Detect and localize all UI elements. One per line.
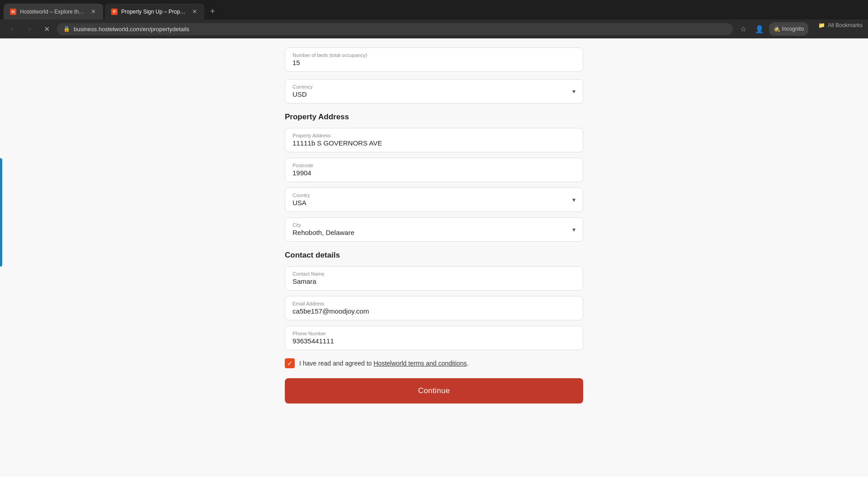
terms-text-after: . <box>467 360 468 367</box>
address-value: 11111b S GOVERNORS AVE <box>292 139 382 147</box>
address-bar[interactable]: 🔒 business.hostelworld.com/en/propertyde… <box>57 23 733 35</box>
country-value: USA <box>292 199 307 206</box>
tab-close-hostelworld[interactable]: ✕ <box>90 7 97 16</box>
email-value: ca5be157@moodjoy.com <box>292 307 369 315</box>
bookmarks-bar-label: 📁 <box>818 22 825 36</box>
reload-button[interactable]: ✕ <box>40 22 53 36</box>
contact-section-title: Contact details <box>285 251 583 260</box>
contact-name-field-wrapper[interactable]: Contact Name Samara <box>285 266 583 291</box>
address-label: Property Address <box>292 133 576 138</box>
currency-field-group: Currency USD <box>285 79 583 103</box>
address-field-group: Property Address 11111b S GOVERNORS AVE … <box>285 128 583 242</box>
city-label: City <box>292 222 576 228</box>
terms-checkbox-row: ✓ I have read and agreed to Hostelworld … <box>285 358 583 368</box>
beds-field-wrapper: Number of beds (total occupancy) 15 <box>285 47 583 72</box>
incognito-icon: 🕵 <box>774 26 780 32</box>
beds-field-group: Number of beds (total occupancy) 15 <box>285 47 583 72</box>
phone-field-wrapper[interactable]: Phone Number 93635441111 <box>285 326 583 350</box>
beds-label: Number of beds (total occupancy) <box>292 52 576 58</box>
terms-checkbox[interactable]: ✓ <box>285 358 295 368</box>
email-field-wrapper[interactable]: Email Address ca5be157@moodjoy.com <box>285 296 583 320</box>
contact-name-label: Contact Name <box>292 271 576 277</box>
currency-label: Currency <box>292 84 576 89</box>
terms-text-before: I have read and agreed to <box>299 360 373 367</box>
city-field-wrapper[interactable]: City Rehoboth, Delaware <box>285 217 583 242</box>
tab-favicon-property: P <box>111 9 118 15</box>
all-bookmarks-label: All Bookmarks <box>828 22 863 36</box>
tab-favicon-hostelworld: H <box>10 9 16 15</box>
page-content: Number of beds (total occupancy) 15 Curr… <box>0 38 868 477</box>
browser-chrome: H Hostelworld – Explore the worl... ✕ P … <box>0 0 868 38</box>
tab-close-property[interactable]: ✕ <box>191 7 198 16</box>
tab-title-hostelworld: Hostelworld – Explore the worl... <box>20 9 86 15</box>
continue-button[interactable]: Continue <box>285 378 583 404</box>
incognito-label: Incognito <box>782 26 804 32</box>
postcode-label: Postcode <box>292 163 576 168</box>
new-tab-button[interactable]: + <box>206 5 219 18</box>
tab-bar: H Hostelworld – Explore the worl... ✕ P … <box>0 0 868 19</box>
currency-field-wrapper[interactable]: Currency USD <box>285 79 583 103</box>
terms-link[interactable]: Hostelworld terms and conditions <box>373 360 467 367</box>
currency-value: USD <box>292 90 307 98</box>
bookmark-button[interactable]: ☆ <box>736 22 750 36</box>
incognito-badge: 🕵 Incognito <box>769 22 809 36</box>
scroll-indicator <box>0 158 2 267</box>
browser-toolbar: ‹ › ✕ 🔒 business.hostelworld.com/en/prop… <box>0 19 868 38</box>
address-field-wrapper[interactable]: Property Address 11111b S GOVERNORS AVE <box>285 128 583 152</box>
contact-field-group: Contact Name Samara Email Address ca5be1… <box>285 266 583 350</box>
postcode-value: 19904 <box>292 169 311 177</box>
tab-property-signup[interactable]: P Property Sign Up – Property an... ✕ <box>105 4 204 19</box>
beds-value: 15 <box>292 59 300 66</box>
property-address-section-title: Property Address <box>285 113 583 122</box>
contact-name-value: Samara <box>292 277 316 285</box>
city-value: Rehoboth, Delaware <box>292 229 354 236</box>
country-field-wrapper[interactable]: Country USA <box>285 188 583 212</box>
toolbar-actions: ☆ 👤 🕵 Incognito 📁 All Bookmarks <box>736 22 863 36</box>
terms-text: I have read and agreed to Hostelworld te… <box>299 360 468 367</box>
form-container: Number of beds (total occupancy) 15 Curr… <box>285 38 583 459</box>
tab-hostelworld[interactable]: H Hostelworld – Explore the worl... ✕ <box>4 4 103 19</box>
forward-button[interactable]: › <box>23 22 36 36</box>
country-label: Country <box>292 192 576 198</box>
phone-label: Phone Number <box>292 331 576 336</box>
tab-title-property: Property Sign Up – Property an... <box>121 9 188 15</box>
back-button[interactable]: ‹ <box>5 22 19 36</box>
postcode-field-wrapper[interactable]: Postcode 19904 <box>285 158 583 182</box>
lock-icon: 🔒 <box>63 26 70 32</box>
phone-value: 93635441111 <box>292 337 334 345</box>
email-label: Email Address <box>292 301 576 306</box>
profile-button[interactable]: 👤 <box>753 22 766 36</box>
address-text: business.hostelworld.com/en/propertydeta… <box>74 26 189 33</box>
